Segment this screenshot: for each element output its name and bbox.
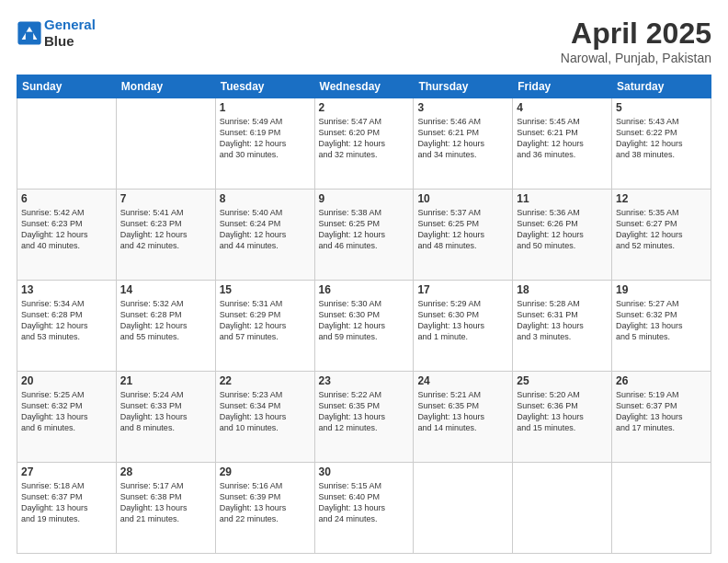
day-info: Sunrise: 5:16 AM Sunset: 6:39 PM Dayligh… — [220, 480, 311, 525]
day-info: Sunrise: 5:45 AM Sunset: 6:21 PM Dayligh… — [517, 116, 608, 161]
calendar-cell: 26Sunrise: 5:19 AM Sunset: 6:37 PM Dayli… — [612, 372, 711, 463]
weekday-header: Sunday — [17, 75, 117, 98]
calendar-week-row: 1Sunrise: 5:49 AM Sunset: 6:19 PM Daylig… — [17, 98, 711, 190]
calendar-cell: 22Sunrise: 5:23 AM Sunset: 6:34 PM Dayli… — [215, 372, 314, 463]
calendar-cell — [116, 98, 215, 190]
day-number: 14 — [120, 283, 211, 296]
calendar-cell: 14Sunrise: 5:32 AM Sunset: 6:28 PM Dayli… — [116, 281, 215, 372]
day-number: 2 — [319, 101, 410, 114]
day-info: Sunrise: 5:28 AM Sunset: 6:31 PM Dayligh… — [517, 298, 608, 343]
logo-icon — [17, 20, 42, 46]
calendar-cell: 10Sunrise: 5:37 AM Sunset: 6:25 PM Dayli… — [414, 190, 513, 281]
weekday-header: Wednesday — [314, 75, 414, 98]
day-number: 3 — [417, 101, 508, 114]
day-info: Sunrise: 5:41 AM Sunset: 6:23 PM Dayligh… — [120, 207, 211, 252]
calendar-cell: 4Sunrise: 5:45 AM Sunset: 6:21 PM Daylig… — [513, 98, 612, 190]
calendar-cell: 21Sunrise: 5:24 AM Sunset: 6:33 PM Dayli… — [116, 372, 215, 463]
day-number: 28 — [120, 465, 211, 478]
calendar-cell — [414, 463, 513, 554]
day-number: 1 — [220, 101, 311, 114]
day-info: Sunrise: 5:19 AM Sunset: 6:37 PM Dayligh… — [616, 389, 707, 434]
calendar-cell: 6Sunrise: 5:42 AM Sunset: 6:23 PM Daylig… — [17, 190, 117, 281]
calendar-cell: 5Sunrise: 5:43 AM Sunset: 6:22 PM Daylig… — [612, 98, 711, 190]
day-number: 30 — [319, 465, 410, 478]
calendar-week-row: 27Sunrise: 5:18 AM Sunset: 6:37 PM Dayli… — [17, 463, 711, 554]
day-number: 27 — [21, 465, 112, 478]
svg-rect-2 — [26, 32, 33, 40]
day-number: 18 — [517, 283, 608, 296]
calendar-cell: 28Sunrise: 5:17 AM Sunset: 6:38 PM Dayli… — [116, 463, 215, 554]
weekday-header-row: SundayMondayTuesdayWednesdayThursdayFrid… — [17, 75, 711, 98]
day-number: 6 — [21, 192, 112, 205]
weekday-header: Saturday — [612, 75, 711, 98]
calendar-body: 1Sunrise: 5:49 AM Sunset: 6:19 PM Daylig… — [17, 98, 711, 554]
calendar-cell: 15Sunrise: 5:31 AM Sunset: 6:29 PM Dayli… — [215, 281, 314, 372]
day-number: 13 — [21, 283, 112, 296]
day-info: Sunrise: 5:29 AM Sunset: 6:30 PM Dayligh… — [417, 298, 508, 343]
calendar-cell: 27Sunrise: 5:18 AM Sunset: 6:37 PM Dayli… — [17, 463, 117, 554]
calendar-cell: 1Sunrise: 5:49 AM Sunset: 6:19 PM Daylig… — [215, 98, 314, 190]
day-info: Sunrise: 5:34 AM Sunset: 6:28 PM Dayligh… — [21, 298, 112, 343]
calendar-cell: 9Sunrise: 5:38 AM Sunset: 6:25 PM Daylig… — [314, 190, 414, 281]
calendar-cell: 25Sunrise: 5:20 AM Sunset: 6:36 PM Dayli… — [513, 372, 612, 463]
logo: General Blue — [17, 17, 96, 50]
calendar-cell: 3Sunrise: 5:46 AM Sunset: 6:21 PM Daylig… — [414, 98, 513, 190]
calendar-cell: 7Sunrise: 5:41 AM Sunset: 6:23 PM Daylig… — [116, 190, 215, 281]
day-info: Sunrise: 5:47 AM Sunset: 6:20 PM Dayligh… — [319, 116, 410, 161]
day-number: 21 — [120, 374, 211, 387]
day-number: 16 — [319, 283, 410, 296]
calendar-cell: 24Sunrise: 5:21 AM Sunset: 6:35 PM Dayli… — [414, 372, 513, 463]
calendar-cell: 23Sunrise: 5:22 AM Sunset: 6:35 PM Dayli… — [314, 372, 414, 463]
day-number: 23 — [319, 374, 410, 387]
day-info: Sunrise: 5:31 AM Sunset: 6:29 PM Dayligh… — [220, 298, 311, 343]
day-info: Sunrise: 5:17 AM Sunset: 6:38 PM Dayligh… — [120, 480, 211, 525]
day-number: 24 — [417, 374, 508, 387]
day-number: 17 — [417, 283, 508, 296]
calendar-cell — [17, 98, 117, 190]
calendar-cell: 18Sunrise: 5:28 AM Sunset: 6:31 PM Dayli… — [513, 281, 612, 372]
calendar-cell: 2Sunrise: 5:47 AM Sunset: 6:20 PM Daylig… — [314, 98, 414, 190]
calendar-cell: 16Sunrise: 5:30 AM Sunset: 6:30 PM Dayli… — [314, 281, 414, 372]
header: General Blue April 2025 Narowal, Punjab,… — [17, 17, 711, 65]
day-number: 12 — [616, 192, 707, 205]
day-number: 19 — [616, 283, 707, 296]
calendar-cell: 11Sunrise: 5:36 AM Sunset: 6:26 PM Dayli… — [513, 190, 612, 281]
day-number: 7 — [120, 192, 211, 205]
title-block: April 2025 Narowal, Punjab, Pakistan — [561, 17, 711, 65]
weekday-header: Tuesday — [215, 75, 314, 98]
day-info: Sunrise: 5:27 AM Sunset: 6:32 PM Dayligh… — [616, 298, 707, 343]
day-number: 29 — [220, 465, 311, 478]
calendar-cell: 29Sunrise: 5:16 AM Sunset: 6:39 PM Dayli… — [215, 463, 314, 554]
day-info: Sunrise: 5:18 AM Sunset: 6:37 PM Dayligh… — [21, 480, 112, 525]
day-info: Sunrise: 5:35 AM Sunset: 6:27 PM Dayligh… — [616, 207, 707, 252]
calendar-cell — [612, 463, 711, 554]
calendar-table: SundayMondayTuesdayWednesdayThursdayFrid… — [17, 75, 711, 554]
calendar-cell — [513, 463, 612, 554]
day-info: Sunrise: 5:25 AM Sunset: 6:32 PM Dayligh… — [21, 389, 112, 434]
day-info: Sunrise: 5:49 AM Sunset: 6:19 PM Dayligh… — [220, 116, 311, 161]
day-number: 20 — [21, 374, 112, 387]
day-info: Sunrise: 5:22 AM Sunset: 6:35 PM Dayligh… — [319, 389, 410, 434]
day-number: 15 — [220, 283, 311, 296]
logo-text: General Blue — [44, 17, 96, 50]
day-info: Sunrise: 5:40 AM Sunset: 6:24 PM Dayligh… — [220, 207, 311, 252]
day-info: Sunrise: 5:30 AM Sunset: 6:30 PM Dayligh… — [319, 298, 410, 343]
day-number: 4 — [517, 101, 608, 114]
day-number: 5 — [616, 101, 707, 114]
day-info: Sunrise: 5:43 AM Sunset: 6:22 PM Dayligh… — [616, 116, 707, 161]
calendar-week-row: 13Sunrise: 5:34 AM Sunset: 6:28 PM Dayli… — [17, 281, 711, 372]
day-info: Sunrise: 5:21 AM Sunset: 6:35 PM Dayligh… — [417, 389, 508, 434]
day-info: Sunrise: 5:23 AM Sunset: 6:34 PM Dayligh… — [220, 389, 311, 434]
day-info: Sunrise: 5:37 AM Sunset: 6:25 PM Dayligh… — [417, 207, 508, 252]
day-number: 25 — [517, 374, 608, 387]
day-info: Sunrise: 5:42 AM Sunset: 6:23 PM Dayligh… — [21, 207, 112, 252]
day-info: Sunrise: 5:36 AM Sunset: 6:26 PM Dayligh… — [517, 207, 608, 252]
calendar-cell: 17Sunrise: 5:29 AM Sunset: 6:30 PM Dayli… — [414, 281, 513, 372]
calendar-cell: 19Sunrise: 5:27 AM Sunset: 6:32 PM Dayli… — [612, 281, 711, 372]
calendar-cell: 12Sunrise: 5:35 AM Sunset: 6:27 PM Dayli… — [612, 190, 711, 281]
weekday-header: Monday — [116, 75, 215, 98]
page: General Blue April 2025 Narowal, Punjab,… — [0, 0, 728, 563]
calendar-cell: 8Sunrise: 5:40 AM Sunset: 6:24 PM Daylig… — [215, 190, 314, 281]
day-number: 9 — [319, 192, 410, 205]
location: Narowal, Punjab, Pakistan — [561, 51, 711, 65]
